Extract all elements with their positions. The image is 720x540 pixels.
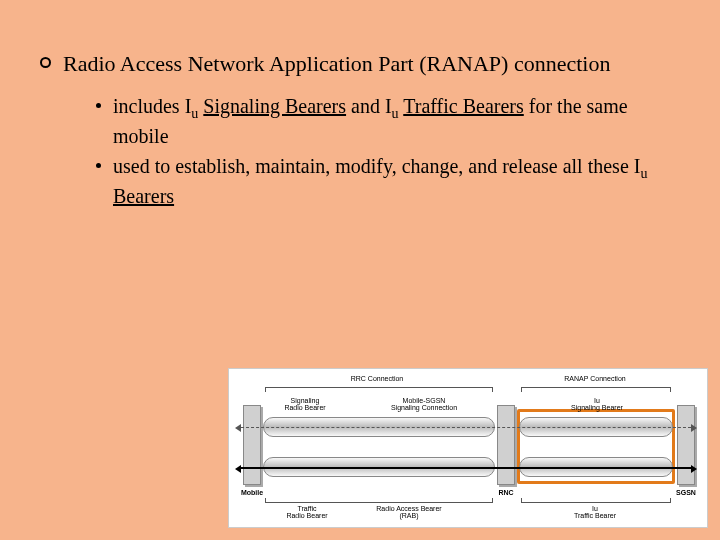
rnc-block: [497, 405, 515, 485]
subscript: u: [640, 166, 647, 181]
dot-bullet-icon: [96, 103, 101, 108]
dot-bullet-icon: [96, 163, 101, 168]
underline-term: Bearers: [113, 185, 174, 207]
sub-bullet-2: used to establish, maintain, modify, cha…: [96, 153, 680, 209]
traffic-radio-label: Traffic Radio Bearer: [275, 505, 339, 519]
iu-traffic-bracket: [521, 499, 671, 503]
ring-bullet-icon: [40, 57, 51, 68]
sig-radio-label: Signaling Radio Bearer: [273, 397, 337, 411]
rab-bracket: [265, 499, 493, 503]
rrc-label: RRC Connection: [327, 375, 427, 382]
mobile-label: Mobile: [233, 489, 271, 496]
mobile-block: [243, 405, 261, 485]
text-fragment: used to establish, maintain, modify, cha…: [113, 155, 640, 177]
text-fragment: includes I: [113, 95, 191, 117]
traffic-solid-arrow: [241, 467, 691, 469]
mobile-sgsn-label: Mobile-SGSN Signaling Connection: [369, 397, 479, 411]
sub-bullet-2-text: used to establish, maintain, modify, cha…: [113, 153, 680, 209]
rab-label: Radio Access Bearer (RAB): [349, 505, 469, 519]
signaling-dashed-arrow: [241, 427, 691, 428]
ranap-bracket: [521, 387, 671, 391]
main-bullet-text: Radio Access Network Application Part (R…: [63, 50, 610, 79]
rnc-label: RNC: [489, 489, 523, 496]
underline-term: Traffic Bearers: [403, 95, 524, 117]
text-fragment: and I: [346, 95, 392, 117]
iu-traffic-label: Iu Traffic Bearer: [555, 505, 635, 519]
sub-bullet-list: includes Iu Signaling Bearers and Iu Tra…: [96, 93, 680, 209]
ranap-label: RANAP Connection: [545, 375, 645, 382]
underline-term: Signaling Bearers: [203, 95, 346, 117]
subscript: u: [392, 106, 399, 121]
iu-sig-label: Iu Signaling Bearer: [557, 397, 637, 411]
architecture-diagram: Mobile RNC SGSN RRC Connection RANAP Con…: [228, 368, 708, 528]
sub-bullet-1: includes Iu Signaling Bearers and Iu Tra…: [96, 93, 680, 149]
slide-content: Radio Access Network Application Part (R…: [0, 0, 720, 209]
subscript: u: [191, 106, 198, 121]
main-bullet-row: Radio Access Network Application Part (R…: [40, 50, 680, 79]
sgsn-label: SGSN: [669, 489, 703, 496]
rrc-bracket: [265, 387, 493, 391]
sgsn-block: [677, 405, 695, 485]
sub-bullet-1-text: includes Iu Signaling Bearers and Iu Tra…: [113, 93, 680, 149]
